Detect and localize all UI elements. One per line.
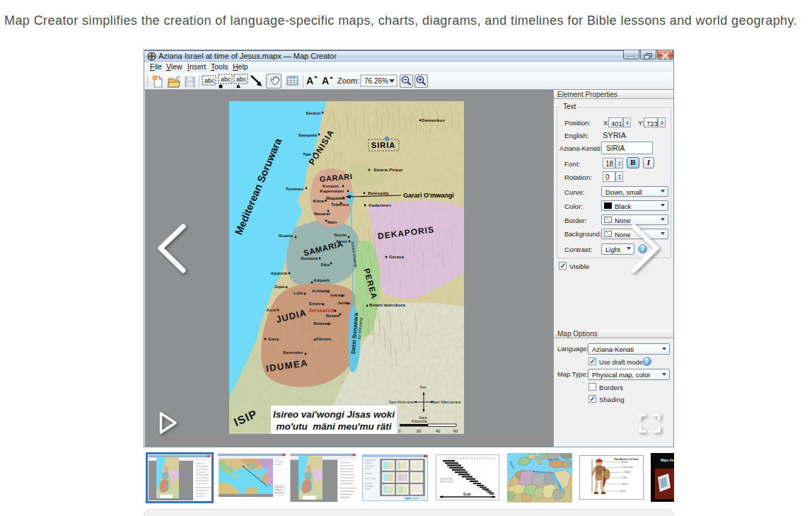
svg-text:Shoes: Shoes [620,490,627,493]
svg-text:Sisaria: Sisaria [279,233,294,238]
svg-text:Betani: Betani [326,313,340,318]
svg-text:abc: abc [236,76,247,83]
svg-text:Sorim: Sorim [334,232,347,237]
svg-text:Jopa: Jopa [274,284,285,289]
svg-text:Sword: Sword [622,483,627,486]
svg-text:SIRIA: SIRIA [371,141,395,149]
svg-text:mo'utu mäni meu'mu räti: mo'utu mäni meu'mu räti [276,421,391,432]
svg-text:Emevs: Emevs [309,301,324,306]
svg-text:Betesaida: Betesaida [368,190,389,195]
svg-text:Betani täxirobora: Betani täxirobora [369,302,405,307]
svg-text:Not: Not [420,385,427,389]
svg-text:Nazi Molevara: Nazi Molevara [388,400,414,404]
svg-text:Teberius: Teberius [331,202,349,207]
svg-text:Lida: Lida [294,290,303,295]
svg-text:A: A [322,75,329,86]
svg-text:Maps for: Maps for [661,459,674,462]
svg-text:Jerusarem: Jerusarem [308,307,335,314]
svg-text:Belt: Belt [623,476,627,479]
svg-text:Sisaria Piripai: Sisaria Piripai [373,167,402,172]
svg-text:Seidon: Seidon [306,110,320,115]
svg-text:Apipora: Apipora [271,270,288,275]
svg-text:Magadan: Magadan [326,195,345,200]
svg-text:A: A [306,75,313,86]
svg-text:Asot: Asot [266,307,276,312]
svg-text:Eboron: Eboron [316,336,332,341]
svg-text:Isireo vai'wongi Jisas woki: Isireo vai'wongi Jisas woki [273,409,395,420]
svg-text:Kilomita: Kilomita [412,419,427,423]
svg-text:Gerasa: Gerasa [389,254,405,259]
svg-text:Beresebo: Beresebo [283,350,303,355]
svg-text:Breastplate: Breastplate [623,466,634,469]
svg-text:Toremes: Toremes [286,186,304,191]
svg-text:Garari O'mwangi: Garari O'mwangi [403,192,454,199]
svg-text:76.26%: 76.26% [364,77,388,85]
svg-text:Nazi Mäzuwvära: Nazi Mäzuwvära [432,400,462,404]
svg-text:40: 40 [436,429,441,433]
svg-text:Kaperneam: Kaperneam [320,188,344,193]
svg-text:Gadarenes: Gadarenes [369,202,392,207]
svg-text:Helmet: Helmet [622,461,628,464]
svg-text:Shield: Shield [625,471,630,474]
svg-text:Adipark: Adipark [313,277,330,282]
svg-text:abc: abc [204,77,215,84]
svg-text:Damasikus: Damasikus [422,117,445,122]
svg-text:60: 60 [453,429,458,433]
svg-text:20: 20 [417,429,422,433]
svg-text:Gasa: Gasa [268,336,279,341]
svg-text:Kana: Kana [313,198,325,203]
svg-text:God: God [463,492,470,496]
svg-text:abc: abc [221,76,231,83]
svg-text:Nain: Nain [327,219,337,224]
svg-text:Sarepata: Sarepata [298,132,318,137]
svg-text:Sika: Sika [320,262,330,267]
svg-text:Zoom:: Zoom: [337,76,359,85]
svg-text:Korasin: Korasin [323,183,339,188]
svg-text:Arimatia: Arimatia [312,288,330,293]
